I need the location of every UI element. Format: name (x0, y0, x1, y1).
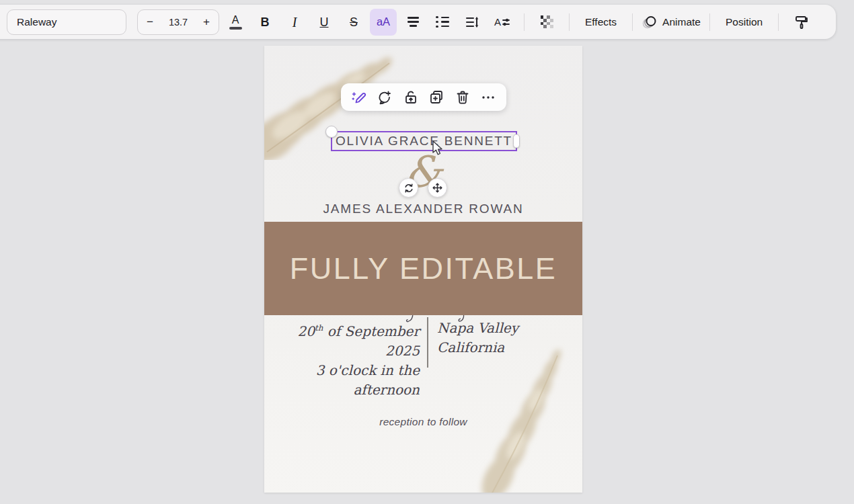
location-line2: California (437, 338, 518, 358)
transparency-icon (541, 15, 553, 28)
toolbar-divider (632, 13, 633, 31)
animate-icon (642, 15, 658, 30)
lock-icon (403, 89, 419, 106)
line-spacing-button[interactable] (459, 9, 486, 36)
toolbar-divider (709, 13, 710, 31)
reception-note-text[interactable]: reception to follow (264, 416, 582, 428)
text-color-letter: A (232, 15, 239, 26)
increase-font-size-button[interactable]: + (203, 16, 210, 28)
bullet-list-button[interactable] (429, 9, 456, 36)
fully-editable-banner[interactable]: FULLY EDITABLE (264, 222, 582, 315)
delete-icon (455, 89, 471, 106)
strikethrough-button[interactable]: S (340, 9, 367, 36)
decrease-font-size-button[interactable]: − (147, 16, 153, 28)
copy-style-button[interactable] (787, 9, 814, 36)
time-line: 3 o'clock in the afternoon (276, 361, 420, 400)
groom-name-label: JAMES ALEXANDER ROWAN (323, 202, 524, 216)
element-context-toolbar (341, 83, 506, 111)
position-button[interactable]: Position (719, 9, 769, 36)
letter-spacing-icon: A (494, 15, 510, 30)
pampas-grass-bottom-right-image (457, 338, 582, 493)
effects-button[interactable]: Effects (578, 9, 623, 36)
text-color-swatch (229, 27, 242, 30)
mouse-cursor (430, 140, 444, 156)
bride-name-text[interactable]: OLIVIA GRACE BENNETT (336, 134, 512, 149)
rotate-icon (404, 183, 414, 193)
date-location-divider (427, 317, 428, 368)
font-family-value: Raleway (17, 16, 56, 28)
date-time-text[interactable]: 20th of September 2025 3 o'clock in the … (276, 319, 420, 400)
banner-label: FULLY EDITABLE (290, 251, 557, 286)
duplicate-icon (428, 89, 444, 106)
side-resize-handle[interactable] (513, 134, 520, 149)
transparency-button[interactable] (533, 9, 560, 36)
delete-button[interactable] (454, 89, 471, 106)
text-color-button[interactable]: A (222, 9, 249, 36)
font-family-select[interactable]: Raleway (7, 9, 126, 35)
add-comment-icon (377, 89, 393, 106)
add-comment-button[interactable] (376, 89, 393, 106)
font-size-value[interactable]: 13.7 (169, 17, 188, 28)
location-line1: Napa Valley (437, 319, 518, 338)
duplicate-button[interactable] (428, 89, 445, 106)
groom-name-text[interactable]: JAMES ALEXANDER ROWAN (264, 202, 582, 216)
toolbar-divider (569, 13, 570, 31)
toolbar-divider (524, 13, 525, 31)
top-toolbar: Raleway − 13.7 + A B I U S aA A (0, 5, 836, 39)
lock-button[interactable] (402, 89, 420, 106)
rotate-handle[interactable] (399, 178, 418, 198)
svg-text:A: A (494, 16, 501, 28)
italic-button[interactable]: I (281, 9, 308, 36)
copy-style-icon (793, 14, 809, 30)
text-case-button[interactable]: aA (370, 9, 397, 36)
more-options-button[interactable] (479, 89, 497, 106)
magic-edit-icon (351, 89, 367, 106)
alignment-button[interactable] (399, 9, 426, 36)
move-icon (432, 183, 442, 193)
line-spacing-icon (465, 15, 479, 30)
corner-resize-handle[interactable] (325, 126, 338, 138)
letter-spacing-button[interactable]: A (488, 9, 515, 36)
bullet-list-icon (436, 16, 449, 28)
bold-button[interactable]: B (251, 9, 278, 36)
date-line: 20th of September 2025 (276, 319, 420, 361)
toolbar-divider (778, 13, 779, 31)
design-canvas[interactable]: OLIVIA GRACE BENNETT & JAMES ALEXANDER R… (264, 46, 582, 493)
animate-label: Animate (662, 17, 701, 28)
font-size-stepper: − 13.7 + (137, 9, 219, 35)
alignment-icon (407, 17, 419, 26)
magic-edit-button[interactable] (350, 89, 368, 106)
animate-button[interactable]: Animate (642, 9, 701, 36)
selected-text-element[interactable]: OLIVIA GRACE BENNETT (331, 131, 517, 151)
ampersand-text[interactable]: & (264, 151, 582, 194)
more-icon (480, 89, 496, 106)
move-handle[interactable] (428, 178, 447, 198)
underline-button[interactable]: U (311, 9, 338, 36)
location-text[interactable]: Napa Valley California (437, 319, 518, 358)
